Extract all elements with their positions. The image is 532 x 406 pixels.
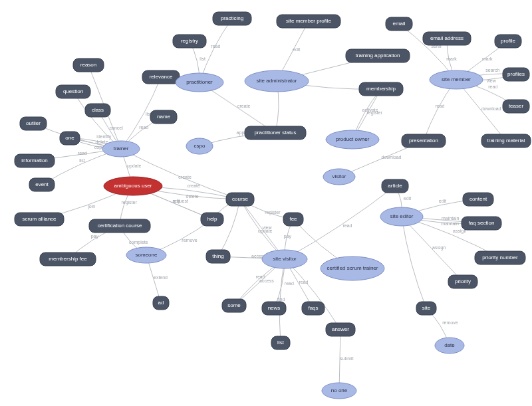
node-news[interactable]: news: [262, 302, 286, 315]
node-priority[interactable]: priority: [448, 275, 477, 288]
svg-point-22: [186, 138, 213, 154]
svg-rect-4: [423, 32, 471, 45]
node-help[interactable]: help: [201, 213, 223, 226]
node-product_owner[interactable]: product owner: [326, 130, 379, 149]
node-site[interactable]: site: [416, 302, 436, 315]
node-question[interactable]: question: [56, 85, 90, 98]
svg-rect-7: [346, 49, 410, 62]
svg-rect-5: [495, 35, 521, 48]
edge-label: identify: [96, 134, 112, 140]
svg-rect-35: [201, 213, 223, 226]
node-faq_section[interactable]: faq section: [462, 217, 501, 230]
node-reason[interactable]: reason: [73, 58, 104, 72]
node-practitioner[interactable]: practitioner: [176, 73, 223, 92]
edge-label: download: [382, 155, 402, 159]
node-course[interactable]: course: [226, 193, 254, 206]
edge: [200, 19, 232, 82]
node-ambiguous[interactable]: ambiguous user: [104, 177, 162, 195]
edge-label: create: [187, 183, 200, 188]
node-presentation[interactable]: presentation: [402, 134, 446, 148]
node-answer[interactable]: answer: [326, 323, 355, 336]
svg-rect-25: [402, 134, 446, 148]
node-profiles[interactable]: profiles: [503, 68, 529, 81]
edge-label: list: [79, 158, 85, 163]
edge-label: delete: [186, 194, 199, 199]
node-cert_course[interactable]: certification course: [89, 219, 150, 233]
edge-label: maintain: [442, 216, 460, 221]
svg-rect-48: [262, 302, 286, 315]
node-content[interactable]: content: [463, 193, 493, 206]
svg-rect-13: [359, 82, 403, 96]
edge-label: remove: [442, 320, 458, 325]
node-membership[interactable]: membership: [359, 82, 403, 96]
node-site_member[interactable]: site member: [430, 70, 483, 89]
node-ad[interactable]: ad: [153, 296, 169, 310]
svg-rect-2: [173, 35, 206, 48]
node-email_address[interactable]: email address: [423, 32, 471, 45]
edge-label: find: [277, 297, 285, 302]
edge-label: edit: [173, 199, 180, 203]
node-article[interactable]: article: [382, 179, 408, 193]
svg-rect-6: [503, 68, 529, 81]
node-membership_fee[interactable]: membership fee: [40, 253, 96, 266]
edge-label: read: [211, 44, 220, 49]
node-training_material[interactable]: training material: [481, 134, 531, 148]
node-cst[interactable]: certified scrum trainer: [321, 256, 384, 280]
graph-canvas: readeditlistactivateregistersendmarkmark…: [0, 0, 532, 406]
node-no_one[interactable]: no one: [322, 383, 356, 399]
node-event[interactable]: event: [29, 178, 55, 191]
node-class[interactable]: class: [85, 104, 110, 117]
node-thing[interactable]: thing: [206, 250, 230, 263]
node-outlier[interactable]: outlier: [20, 117, 47, 130]
svg-rect-19: [60, 132, 80, 145]
node-site_visitor[interactable]: site visitor: [262, 250, 307, 268]
node-trainer[interactable]: trainer: [102, 141, 140, 157]
svg-rect-8: [73, 58, 104, 72]
node-practitioner_status[interactable]: practitioner status: [245, 126, 306, 140]
node-teaser[interactable]: teaser: [503, 100, 529, 113]
node-someone[interactable]: someone: [126, 247, 166, 263]
node-scrum_alliance[interactable]: scrum alliance: [15, 213, 64, 226]
node-name[interactable]: name: [150, 110, 177, 124]
node-email[interactable]: email: [386, 17, 412, 31]
node-visitor[interactable]: visitor: [323, 169, 355, 185]
edge-label: pay: [91, 234, 99, 239]
edge-label: update: [127, 163, 142, 169]
node-practicing[interactable]: practicing: [213, 12, 251, 25]
node-site_member_profile[interactable]: site member profile: [277, 15, 340, 28]
edge-label: view: [487, 78, 497, 83]
node-one[interactable]: one: [60, 132, 80, 145]
node-profile[interactable]: profile: [495, 35, 521, 48]
edge-label: mark: [446, 56, 457, 61]
svg-rect-15: [503, 100, 529, 113]
node-training_application[interactable]: training application: [346, 49, 410, 62]
edge-label: complete: [129, 240, 148, 245]
edge: [218, 199, 240, 256]
svg-rect-36: [283, 213, 303, 226]
edge-label: update: [258, 229, 273, 234]
node-site_admin[interactable]: site administrator: [245, 70, 309, 92]
edge-label: create: [178, 175, 192, 179]
svg-rect-51: [271, 336, 290, 350]
node-fee[interactable]: fee: [283, 213, 303, 226]
node-site_editor[interactable]: site editor: [380, 207, 423, 226]
node-some[interactable]: some: [222, 299, 246, 312]
node-information[interactable]: information: [15, 154, 55, 167]
node-list[interactable]: list: [271, 336, 290, 350]
node-cspo[interactable]: cspo: [186, 138, 213, 154]
svg-point-42: [262, 250, 307, 268]
node-priority_number[interactable]: priority number: [475, 251, 525, 264]
svg-rect-9: [142, 70, 180, 84]
svg-rect-10: [56, 85, 90, 98]
edge-label: download: [481, 106, 501, 111]
node-registry[interactable]: registry: [173, 35, 206, 48]
node-faqs[interactable]: faqs: [302, 302, 325, 315]
edge-label: delete: [96, 140, 108, 144]
svg-rect-27: [29, 178, 55, 191]
edge-label: submit: [340, 356, 354, 361]
node-date[interactable]: date: [435, 338, 464, 354]
svg-rect-44: [475, 251, 525, 264]
node-relevance[interactable]: relevance: [142, 70, 180, 84]
svg-rect-38: [462, 217, 501, 230]
svg-point-53: [435, 338, 464, 354]
